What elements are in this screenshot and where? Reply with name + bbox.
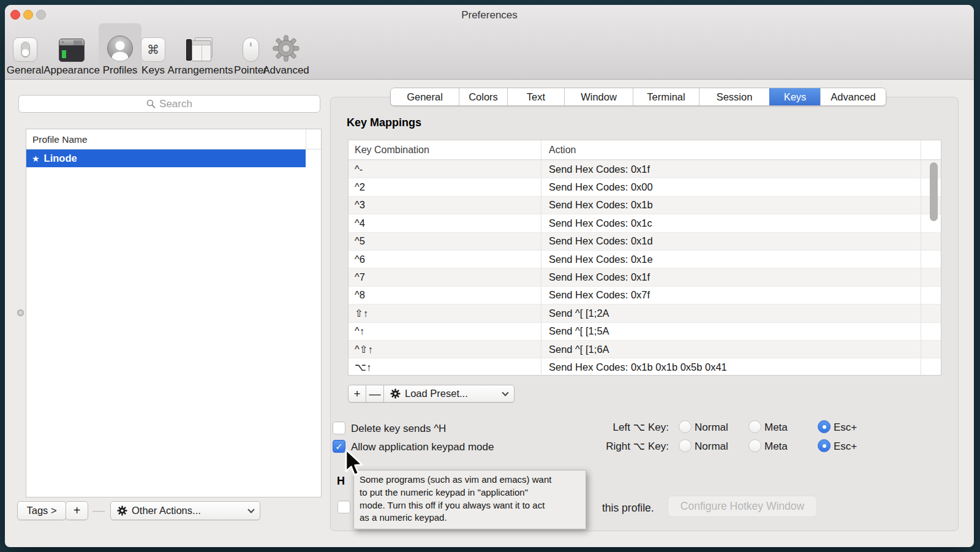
toolbar-label: Advanced	[263, 64, 309, 76]
command-key-icon: ⌘	[141, 37, 165, 62]
left-option-esc-radio[interactable]	[818, 420, 831, 433]
gear-icon	[273, 35, 300, 62]
right-option-esc-label: Esc+	[834, 440, 857, 453]
keypad-mode-tooltip: Some programs (such as vim and emacs) wa…	[353, 470, 586, 529]
toolbar-item-general[interactable]: General	[8, 23, 42, 76]
add-profile-button[interactable]: +	[66, 501, 88, 520]
desktop: { "window": { "title": "Preferences" }, …	[0, 0, 980, 552]
tags-button[interactable]: Tags >	[17, 501, 66, 520]
right-option-meta-radio[interactable]	[748, 439, 761, 452]
appearance-icon	[59, 39, 85, 62]
key-mappings-table: Key Combination Action ^-Send Hex Codes:…	[348, 140, 941, 376]
toolbar-item-advanced[interactable]: Advanced	[258, 23, 314, 76]
preferences-window: Preferences General Appearance	[5, 5, 974, 547]
titlebar: Preferences General Appearance	[5, 5, 974, 80]
key-mappings-title: Key Mappings	[347, 116, 421, 129]
right-option-normal-radio[interactable]	[679, 439, 692, 452]
table-row[interactable]: ^↑Send ^[ [1;5A	[349, 322, 941, 340]
table-row[interactable]: ^-Send Hex Codes: 0x1f	[349, 160, 941, 178]
configure-hotkey-window-button: Configure Hotkey Window	[668, 496, 817, 517]
default-profile-star-icon: ★	[32, 154, 40, 164]
table-row[interactable]: ^⇧↑Send ^[ [1;6A	[349, 340, 941, 358]
table-row[interactable]: ^3Send Hex Codes: 0x1b	[349, 196, 941, 214]
tab-colors[interactable]: Colors	[459, 88, 507, 105]
toolbar-label: Profiles	[103, 64, 138, 76]
table-row[interactable]: ^5Send Hex Codes: 0x1d	[349, 232, 941, 250]
toolbar-item-arrangements[interactable]: Arrangements	[165, 23, 236, 76]
table-row[interactable]: ^6Send Hex Codes: 0x1e	[349, 250, 941, 268]
toolbar-label: Appearance	[43, 64, 100, 76]
table-row[interactable]: ^8Send Hex Codes: 0x7f	[349, 286, 941, 304]
hotkey-checkbox[interactable]	[337, 501, 350, 513]
left-option-meta-radio[interactable]	[748, 420, 761, 433]
profile-list-header[interactable]: Profile Name	[26, 129, 321, 149]
left-option-normal-label: Normal	[695, 421, 728, 434]
tab-general[interactable]: General	[391, 88, 459, 105]
search-input[interactable]: Search	[18, 95, 320, 113]
remove-key-mapping-button[interactable]: —	[366, 385, 384, 403]
table-row[interactable]: ^4Send Hex Codes: 0x1c	[349, 214, 941, 232]
profile-tabs: General Colors Text Window Terminal Sess…	[390, 88, 886, 106]
keypad-mode-checkbox[interactable]: ✓	[333, 440, 345, 453]
tab-advanced[interactable]: Advanced	[820, 88, 886, 105]
column-header-key-combination[interactable]: Key Combination	[349, 140, 541, 159]
table-row[interactable]: ⇧↑Send ^[ [1;2A	[349, 304, 941, 322]
column-header-action[interactable]: Action	[541, 145, 576, 156]
tab-window[interactable]: Window	[564, 88, 633, 105]
toolbar-item-profiles[interactable]: Profiles	[100, 23, 140, 76]
profile-name: Linode	[44, 153, 77, 164]
tab-session[interactable]: Session	[699, 88, 769, 105]
mouse-cursor	[344, 448, 365, 478]
right-option-esc-radio[interactable]	[818, 439, 831, 452]
delete-key-label: Delete key sends ^H	[351, 422, 446, 435]
table-row[interactable]: ⌥↑Send Hex Codes: 0x1b 0x1b 0x5b 0x41	[349, 358, 941, 376]
hotkey-text-partial: this profile.	[602, 502, 654, 515]
search-placeholder: Search	[159, 98, 192, 110]
left-option-normal-radio[interactable]	[679, 420, 692, 433]
scrollbar-thumb[interactable]	[930, 162, 938, 221]
search-icon	[146, 99, 156, 108]
toolbar-label: General	[7, 64, 43, 76]
table-row[interactable]: ^2Send Hex Codes: 0x00	[349, 178, 941, 195]
tab-terminal[interactable]: Terminal	[633, 88, 699, 105]
table-row[interactable]: ^7Send Hex Codes: 0x1f	[349, 268, 941, 285]
table-right-divider	[921, 140, 921, 375]
arrangements-icon	[186, 37, 214, 62]
delete-key-checkbox[interactable]	[333, 422, 345, 434]
toolbar-label: Keys	[141, 64, 165, 76]
gear-icon	[117, 505, 127, 516]
other-actions-label: Other Actions...	[132, 505, 201, 516]
right-option-normal-label: Normal	[695, 440, 728, 453]
window-title: Preferences	[5, 9, 974, 21]
left-option-meta-label: Meta	[764, 421, 788, 434]
profiles-icon	[107, 35, 134, 62]
add-key-mapping-button[interactable]: +	[348, 385, 366, 403]
toolbar-label: Arrangements	[168, 64, 233, 76]
gear-icon	[390, 388, 401, 399]
tab-text[interactable]: Text	[507, 88, 564, 105]
keypad-mode-label: Allow application keypad mode	[351, 440, 494, 453]
check-icon: ✓	[335, 441, 343, 452]
other-actions-dropdown[interactable]: Other Actions...	[110, 501, 260, 520]
profile-list: Profile Name ★ Linode	[26, 129, 322, 497]
right-option-meta-label: Meta	[764, 440, 788, 453]
remove-profile-button: —	[89, 501, 108, 520]
tab-keys[interactable]: Keys	[769, 88, 820, 105]
left-option-key-label: Left ⌥ Key:	[546, 421, 669, 434]
general-icon	[13, 37, 37, 62]
left-option-esc-label: Esc+	[834, 421, 857, 434]
key-mappings-table-header: Key Combination Action	[349, 140, 941, 160]
toolbar-item-appearance[interactable]: Appearance	[42, 23, 101, 76]
chevron-down-icon	[502, 389, 508, 396]
right-option-key-label: Right ⌥ Key:	[546, 440, 669, 453]
mouse-icon	[243, 37, 259, 62]
profile-row-linode[interactable]: ★ Linode	[26, 149, 306, 167]
pane-resize-dot	[17, 309, 24, 316]
load-preset-dropdown[interactable]: Load Preset...	[383, 385, 514, 403]
load-preset-label: Load Preset...	[405, 388, 468, 399]
chevron-down-icon	[247, 506, 254, 513]
